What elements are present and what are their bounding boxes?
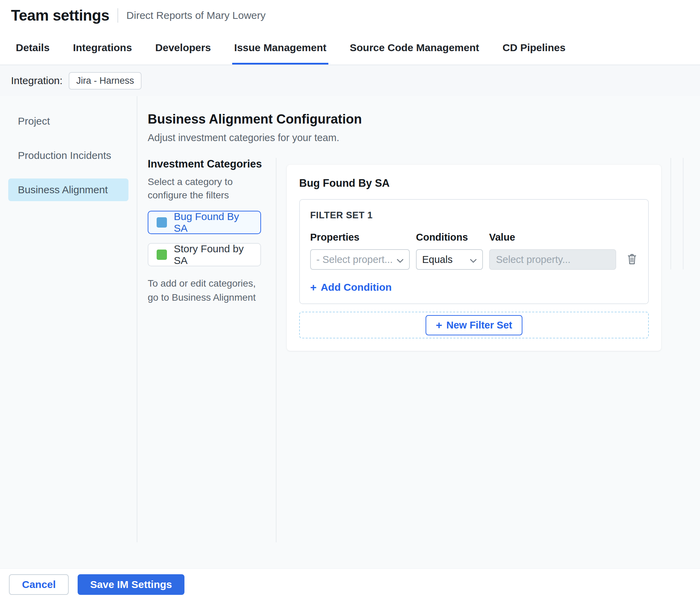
category-color-swatch: [157, 250, 167, 260]
content-area: Project Production Incidents Business Al…: [0, 96, 700, 542]
save-im-settings-button[interactable]: Save IM Settings: [78, 574, 184, 595]
add-condition-button[interactable]: + Add Condition: [310, 281, 392, 293]
investment-categories-hint: Select a category to configure the filte…: [148, 175, 252, 202]
delete-condition-button[interactable]: [626, 253, 637, 266]
title-divider: [117, 8, 118, 23]
filter-condition-row: - Select propert... Equals: [310, 249, 638, 270]
property-select[interactable]: - Select propert...: [310, 249, 410, 270]
filter-set-box: FILTER SET 1 Properties Conditions Value…: [299, 199, 649, 304]
section-subtitle: Adjust investment categories for your te…: [148, 132, 700, 143]
tab-details[interactable]: Details: [14, 31, 52, 65]
footer-bar: Cancel Save IM Settings: [0, 568, 700, 600]
new-filter-set-dropzone: + New Filter Set: [299, 312, 649, 338]
property-select-placeholder: - Select propert...: [316, 254, 393, 265]
integration-row: Integration: Jira - Harness: [0, 65, 700, 96]
tab-source-code-management[interactable]: Source Code Management: [348, 31, 481, 65]
conditions-column-header: Conditions: [416, 232, 483, 243]
subnav-item-project[interactable]: Project: [8, 110, 128, 132]
category-bug-found-by-sa[interactable]: Bug Found By SA: [148, 211, 261, 234]
chevron-down-icon: [470, 254, 477, 265]
value-input[interactable]: [489, 249, 616, 270]
categories-note: To add or edit categories, go to Busines…: [148, 277, 256, 304]
subnav-item-business-alignment[interactable]: Business Alignment: [8, 178, 128, 201]
properties-column-header: Properties: [310, 232, 410, 243]
section-title: Business Alignment Configuration: [148, 112, 700, 127]
page-subtitle: Direct Reports of Mary Lowery: [126, 10, 266, 21]
card-title: Bug Found By SA: [299, 177, 649, 189]
category-config-card: Bug Found By SA FILTER SET 1 Properties …: [287, 165, 661, 351]
condition-select[interactable]: Equals: [416, 249, 483, 270]
investment-categories-heading: Investment Categories: [148, 158, 269, 170]
scrollbar-track[interactable]: [670, 158, 684, 269]
config-columns: Investment Categories Select a category …: [148, 158, 700, 542]
footer-spacer: [0, 542, 700, 568]
page-title: Team settings: [11, 7, 109, 24]
category-label: Bug Found By SA: [174, 211, 252, 234]
integration-label: Integration:: [11, 75, 63, 86]
chevron-down-icon: [397, 254, 404, 265]
new-filter-set-button[interactable]: + New Filter Set: [426, 315, 522, 335]
cancel-button[interactable]: Cancel: [9, 574, 69, 595]
filter-set-title: FILTER SET 1: [310, 210, 638, 221]
filter-panel-column: Bug Found By SA FILTER SET 1 Properties …: [276, 158, 700, 542]
category-story-found-by-sa[interactable]: Story Found by SA: [148, 243, 261, 266]
category-color-swatch: [157, 217, 167, 228]
main-panel: Business Alignment Configuration Adjust …: [137, 96, 700, 542]
tab-issue-management[interactable]: Issue Management: [232, 31, 328, 65]
plus-icon: +: [436, 320, 442, 331]
settings-subnav: Project Production Incidents Business Al…: [0, 96, 137, 542]
integration-chip: Jira - Harness: [69, 72, 142, 90]
page-header: Team settings Direct Reports of Mary Low…: [0, 0, 700, 31]
investment-categories-column: Investment Categories Select a category …: [148, 158, 276, 542]
tab-developers[interactable]: Developers: [153, 31, 213, 65]
filter-headers-row: Properties Conditions Value: [310, 232, 638, 243]
plus-icon: +: [310, 282, 317, 293]
tab-cd-pipelines[interactable]: CD Pipelines: [500, 31, 567, 65]
subnav-item-production-incidents[interactable]: Production Incidents: [8, 144, 128, 167]
value-column-header: Value: [489, 232, 616, 243]
category-label: Story Found by SA: [174, 243, 252, 266]
tab-integrations[interactable]: Integrations: [71, 31, 134, 65]
add-condition-label: Add Condition: [321, 281, 392, 293]
tab-bar: Details Integrations Developers Issue Ma…: [0, 31, 700, 65]
new-filter-set-label: New Filter Set: [446, 320, 512, 331]
condition-select-value: Equals: [422, 254, 453, 265]
trash-icon: [626, 253, 637, 266]
